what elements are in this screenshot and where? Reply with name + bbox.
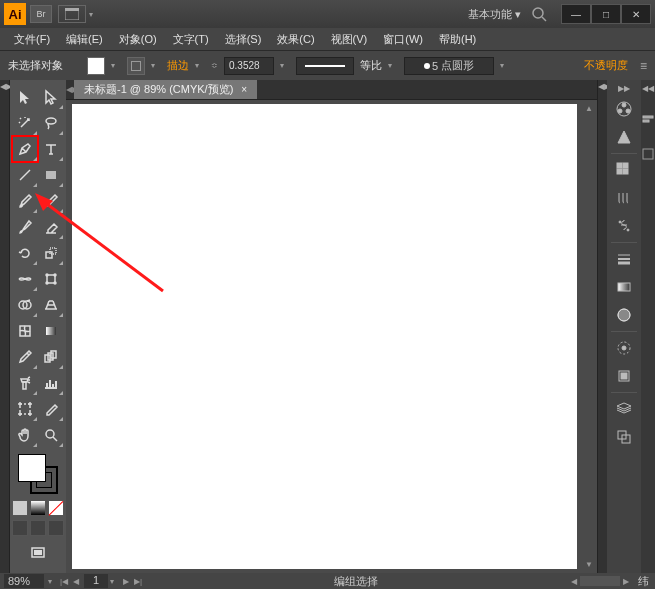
far-right-collapse-icon[interactable]: ◀◀ [642,84,654,93]
brush-dropdown[interactable]: ▾ [500,61,510,70]
layers-panel-icon[interactable] [610,395,638,423]
document-tab[interactable]: 未标题-1 @ 89% (CMYK/预览) × [74,80,257,99]
scale-dropdown[interactable]: ▾ [388,61,398,70]
gradient-mode-button[interactable] [30,500,46,516]
free-transform-tool[interactable] [38,266,64,292]
stroke-weight-stepper[interactable]: ≎ [211,61,218,70]
vertical-scrollbar[interactable]: ▲ ▼ [581,100,597,573]
draw-normal-button[interactable] [12,520,28,536]
menu-view[interactable]: 视图(V) [323,28,376,50]
pencil-tool[interactable] [38,188,64,214]
maximize-button[interactable]: □ [591,4,621,24]
menu-select[interactable]: 选择(S) [217,28,270,50]
fill-color-box[interactable] [18,454,46,482]
first-artboard-button[interactable]: |◀ [58,577,70,586]
collapse-right-icon[interactable]: ◀▶ [598,82,607,91]
selection-tool[interactable] [12,84,38,110]
hand-tool[interactable] [12,422,38,448]
horizontal-scrollbar[interactable] [580,576,620,586]
last-artboard-button[interactable]: ▶| [132,577,144,586]
column-graph-tool[interactable] [38,370,64,396]
artboard-tool[interactable] [12,396,38,422]
stroke-weight-drop[interactable]: ▾ [280,61,290,70]
stroke-label[interactable]: 描边 [167,58,189,73]
scroll-down-icon[interactable]: ▼ [585,560,593,569]
rotate-tool[interactable] [12,240,38,266]
draw-inside-button[interactable] [48,520,64,536]
layout-dropdown[interactable] [58,5,86,23]
menu-edit[interactable]: 编辑(E) [58,28,111,50]
workspace-switcher[interactable]: 基本功能 ▾ [468,7,521,22]
gradient-panel-icon[interactable] [610,273,638,301]
options-menu-icon[interactable]: ≡ [640,59,647,73]
pen-tool[interactable] [12,136,38,162]
menu-text[interactable]: 文字(T) [165,28,217,50]
hscroll-right-button[interactable]: ▶ [620,577,632,586]
stroke-style-preview[interactable] [296,57,354,75]
minimize-button[interactable]: — [561,4,591,24]
blend-tool[interactable] [38,344,64,370]
symbols-panel-icon[interactable] [610,212,638,240]
fill-swatch[interactable] [87,57,105,75]
menu-effect[interactable]: 效果(C) [269,28,322,50]
paintbrush-tool[interactable] [12,188,38,214]
fill-stroke-indicator[interactable] [18,454,58,494]
prev-artboard-button[interactable]: ◀ [70,577,82,586]
slice-tool[interactable] [38,396,64,422]
symbol-sprayer-tool[interactable] [12,370,38,396]
eyedropper-tool[interactable] [12,344,38,370]
next-artboard-button[interactable]: ▶ [120,577,132,586]
bridge-badge[interactable]: Br [30,5,52,23]
swatches-panel-icon[interactable] [610,156,638,184]
lasso-tool[interactable] [38,110,64,136]
opacity-label[interactable]: 不透明度 [584,58,628,73]
stroke-label-drop[interactable]: ▾ [195,61,205,70]
eraser-tool[interactable] [38,214,64,240]
rectangle-tool[interactable] [38,162,64,188]
brushes-panel-icon[interactable] [610,184,638,212]
type-tool[interactable] [38,136,64,162]
stroke-swatch[interactable] [127,57,145,75]
hscroll-left-button[interactable]: ◀ [568,577,580,586]
line-segment-tool[interactable] [12,162,38,188]
scroll-up-icon[interactable]: ▲ [585,104,593,113]
zoom-dropdown[interactable]: ▾ [48,577,58,586]
graphic-styles-panel-icon[interactable] [610,362,638,390]
zoom-tool[interactable] [38,422,64,448]
transform-flyout-icon[interactable] [641,147,655,161]
brush-preview[interactable]: 5 点圆形 [404,57,494,75]
scale-tool[interactable] [38,240,64,266]
width-tool[interactable] [12,266,38,292]
color-mode-button[interactable] [12,500,28,516]
none-mode-button[interactable] [48,500,64,516]
menu-object[interactable]: 对象(O) [111,28,165,50]
color-panel-icon[interactable] [610,95,638,123]
blob-brush-tool[interactable] [12,214,38,240]
stroke-weight-input[interactable] [224,57,274,75]
panel-collapse-icon[interactable]: ▶▶ [618,84,630,93]
tab-collapse-icon[interactable]: ◀▶ [66,85,74,94]
collapse-left-icon[interactable]: ◀▶ [0,82,9,91]
artboards-panel-icon[interactable] [610,423,638,451]
mesh-tool[interactable] [12,318,38,344]
stroke-panel-icon[interactable] [610,245,638,273]
shape-builder-tool[interactable] [12,292,38,318]
search-icon[interactable] [531,6,547,22]
close-button[interactable]: ✕ [621,4,651,24]
color-guide-panel-icon[interactable] [610,123,638,151]
close-tab-icon[interactable]: × [241,84,247,95]
magic-wand-tool[interactable] [12,110,38,136]
transparency-panel-icon[interactable] [610,301,638,329]
menu-help[interactable]: 帮助(H) [431,28,484,50]
stroke-dropdown[interactable]: ▾ [151,61,161,70]
draw-behind-button[interactable] [30,520,46,536]
artboard-dropdown[interactable]: ▾ [110,577,120,586]
gradient-tool[interactable] [38,318,64,344]
artboard-number-input[interactable]: 1 [84,574,108,588]
canvas[interactable] [72,104,577,569]
fill-dropdown[interactable]: ▾ [111,61,121,70]
perspective-grid-tool[interactable] [38,292,64,318]
direct-selection-tool[interactable] [38,84,64,110]
screen-mode-button[interactable] [25,540,51,566]
appearance-panel-icon[interactable] [610,334,638,362]
